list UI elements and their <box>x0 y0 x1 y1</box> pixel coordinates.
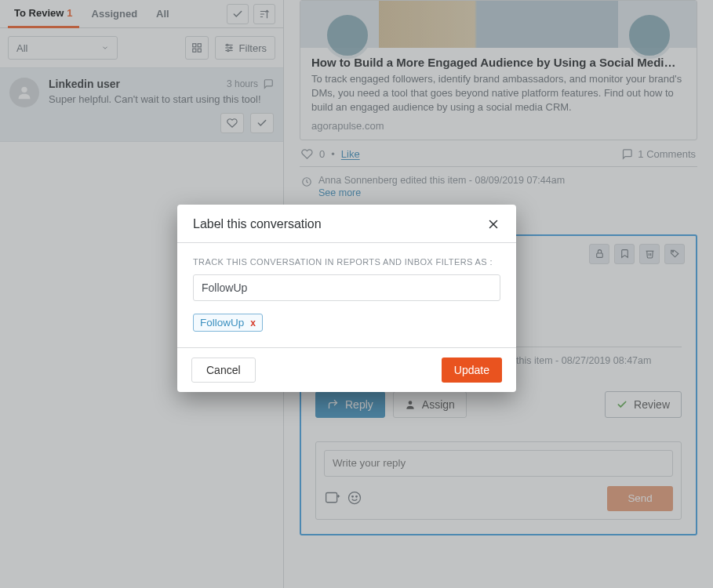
label-input[interactable] <box>193 274 500 301</box>
cancel-button[interactable]: Cancel <box>191 358 256 383</box>
update-button[interactable]: Update <box>442 358 502 383</box>
close-icon <box>486 217 500 231</box>
tag-text: FollowUp <box>200 317 244 328</box>
label-tag: FollowUp x <box>193 314 263 332</box>
modal-instruction: Track this conversation in reports and i… <box>193 257 500 267</box>
label-modal: Label this conversation Track this conve… <box>177 205 516 392</box>
tag-remove-button[interactable]: x <box>250 318 256 328</box>
modal-title: Label this conversation <box>193 217 322 231</box>
close-button[interactable] <box>486 217 500 231</box>
